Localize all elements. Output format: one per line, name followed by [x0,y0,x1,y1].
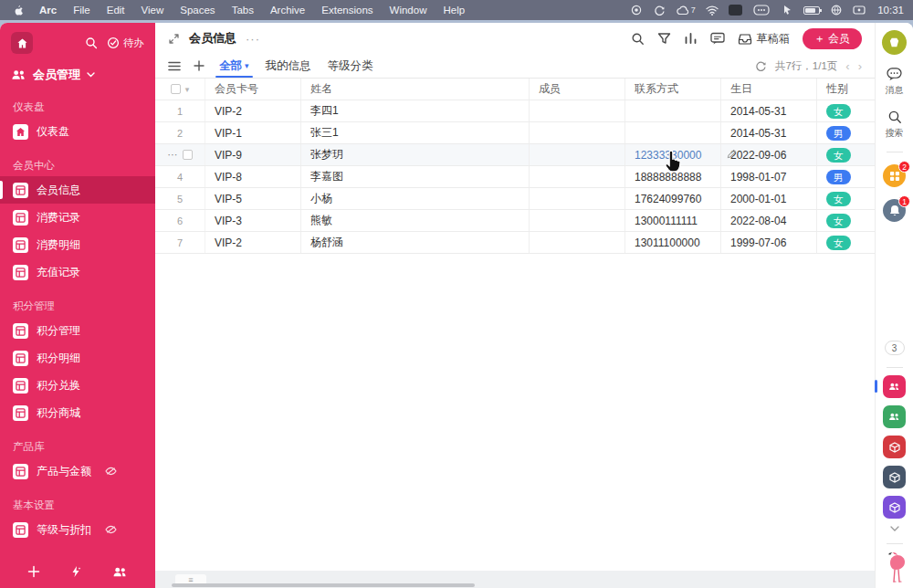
menu-item-file[interactable]: File [65,0,99,20]
sidebar-item-consume-records[interactable]: 消费记录 [0,204,155,231]
table-search-icon[interactable] [631,32,645,46]
sidebar-item-products-amount[interactable]: 产品与金额 [0,457,155,485]
right-rail: 消息 搜索 2 1 3 [875,23,913,588]
header-caret-icon[interactable]: ▾ [185,85,190,94]
edit-cell-icon[interactable] [727,149,737,159]
filter-icon[interactable] [657,32,671,45]
table-row[interactable]: 5 VIP-5 小杨 17624099760 2000-01-01 女 [155,188,875,210]
invite-members-button[interactable] [112,566,128,578]
horizontal-scrollbar[interactable] [172,583,475,587]
column-header-member[interactable]: 成员 [530,79,625,100]
row-more-button[interactable]: ⋯ [168,149,178,161]
apple-logo-icon[interactable] [13,5,24,16]
tab-my-info[interactable]: 我的信息 [264,54,313,78]
menu-item-extensions[interactable]: Extensions [313,0,381,20]
prev-page-button[interactable]: ‹ [845,59,849,73]
app-icon-box-dark[interactable] [883,466,906,488]
check-circle-icon [107,37,120,49]
table-row[interactable]: 4 VIP-8 李嘉图 18888888888 1998-01-07 男 [155,166,875,188]
sidebar-search-icon[interactable] [85,37,98,49]
column-header-name[interactable]: 姓名 [301,79,530,100]
sidebar-item-recharge-records[interactable]: 充值记录 [0,258,155,286]
menu-item-window[interactable]: Window [382,0,436,20]
app-icon-box-purple[interactable] [883,496,906,519]
sidebar-item-member-info[interactable]: 会员信息 [0,176,155,204]
add-node-button[interactable] [27,565,40,578]
drafts-button[interactable]: 草稿箱 [738,31,790,47]
table-row[interactable]: 1 VIP-2 李四1 2014-05-31 女 [155,100,875,122]
menu-item-spaces[interactable]: Spaces [172,0,223,20]
column-header-birthday[interactable]: 生日 [721,79,817,100]
tab-all[interactable]: 全部▾ [217,54,251,78]
sidebar-item-points-mall[interactable]: 积分商城 [0,399,155,426]
menu-item-edit[interactable]: Edit [99,0,133,20]
phone-link[interactable]: 12333330000 [635,149,701,162]
clock: 10:31 [877,5,904,16]
datasheet-icon [13,522,28,538]
menu-item-arc[interactable]: Arc [31,0,65,20]
refresh-icon[interactable] [755,60,767,72]
cell-gender: 男 [817,166,875,187]
todo-button[interactable]: 待办 [107,37,144,50]
display-icon[interactable] [853,4,866,16]
menu-item-tabs[interactable]: Tabs [224,0,262,20]
sidebar-item-points-exchange[interactable]: 积分兑换 [0,372,155,399]
select-all-checkbox[interactable] [171,84,181,94]
table-row[interactable]: 2 VIP-1 张三1 2014-05-31 男 [155,122,875,144]
tab-level-category[interactable]: 等级分类 [326,54,375,78]
record-status-icon[interactable] [630,4,643,16]
input-source-icon[interactable] [729,5,742,16]
sidebar-item-consume-details[interactable]: 消费明细 [0,231,155,258]
column-header-contact[interactable]: 联系方式 [625,79,721,100]
group-sort-icon[interactable] [684,32,698,45]
sidebar-item-label: 产品与金额 [37,464,91,479]
messages-button[interactable]: 消息 [886,68,904,97]
sync-status-icon[interactable] [653,4,666,16]
comment-icon[interactable] [710,32,725,45]
drafts-label: 草稿箱 [757,31,790,47]
cell-birthday: 2014-05-31 [721,100,817,121]
home-button[interactable] [11,32,33,54]
global-search-button[interactable]: 搜索 [886,110,904,140]
pointer-tool-icon[interactable] [781,4,793,16]
template-magic-button[interactable] [69,565,82,578]
expand-icon[interactable] [168,33,180,45]
table-row[interactable]: 7 VIP-2 杨舒涵 13011100000 1999-07-06 女 [155,232,875,254]
wifi-icon[interactable] [706,4,719,16]
members-icon [11,68,26,81]
row-checkbox[interactable] [183,150,193,160]
add-member-button[interactable]: ＋ 会员 [803,28,862,49]
next-page-button[interactable]: › [858,59,862,73]
sidebar-item-points-manage[interactable]: 积分管理 [0,317,155,344]
app-icon-member-management[interactable] [883,375,906,398]
sidebar-item-dashboard[interactable]: 仪表盘 [0,118,155,145]
app-icon-box-red[interactable] [883,436,906,458]
column-header-gender[interactable]: 性别 [817,79,875,100]
column-header-card[interactable]: 会员卡号 [205,79,301,100]
table-row-hovered[interactable]: ⋯ VIP-9 张梦玥 12333330000 2022-09-06 女 [155,144,875,166]
apps-center-button[interactable]: 2 [883,164,906,187]
menu-item-archive[interactable]: Archive [262,0,313,20]
hidden-apps-count[interactable]: 3 [885,341,905,355]
sidebar-item-label: 仪表盘 [37,124,69,140]
chevron-down-icon [87,72,95,78]
page-title: 会员信息 [189,30,236,47]
title-more-button[interactable]: ··· [246,32,260,46]
table-row[interactable]: 6 VIP-3 熊敏 13000111111 2022-08-04 女 [155,210,875,232]
avatar[interactable] [882,30,907,55]
control-center-icon[interactable] [830,4,843,16]
chat-app-icon[interactable] [752,4,771,16]
menu-item-view[interactable]: View [133,0,173,20]
menu-item-help[interactable]: Help [435,0,473,20]
view-list-icon[interactable] [168,61,181,71]
cloud-sync-icon[interactable]: 7 [676,4,696,16]
datasheet-icon [13,378,28,394]
sidebar-item-levels-discount[interactable]: 等级与折扣 [0,516,155,543]
sidebar-item-points-details[interactable]: 积分明细 [0,344,155,372]
cell-contact: 13011100000 [625,232,721,253]
notifications-button[interactable]: 1 [883,199,906,222]
app-icon-people-green[interactable] [883,405,906,428]
add-view-button[interactable] [194,60,205,71]
workspace-switcher[interactable]: 会员管理 [0,59,155,87]
rail-chevron-down-icon[interactable] [890,526,899,531]
